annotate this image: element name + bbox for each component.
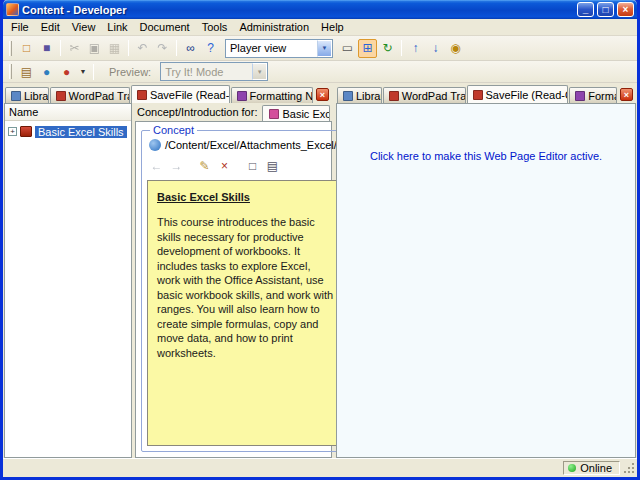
right-tab-strip: LibraryWordPad TrainingSaveFile (Read-On… <box>336 84 636 103</box>
book-icon <box>20 126 32 137</box>
activate-editor-link[interactable]: Click here to make this Web Page Editor … <box>337 150 635 162</box>
document-icon <box>237 91 247 101</box>
tree-item-basic-excel-skills[interactable]: +Basic Excel Skills <box>6 124 130 139</box>
tab-label: WordPad Training <box>402 90 466 102</box>
document-body: This course introduces the basic skills … <box>157 215 336 360</box>
web-page-icon[interactable]: ● <box>37 62 56 81</box>
app-icon <box>6 3 19 16</box>
concept-document[interactable]: Basic Excel Skills This course introduce… <box>147 180 362 446</box>
toolbar-separator <box>238 158 239 174</box>
online-label: Online <box>580 462 612 474</box>
document-icon <box>575 91 585 101</box>
minimize-button[interactable]: _ <box>577 2 594 17</box>
toolbar-separator <box>93 64 94 80</box>
view-mode-value: Player view <box>226 40 317 57</box>
tab-label: Formatting Numbe <box>250 90 313 102</box>
menu-administration[interactable]: Administration <box>233 20 315 34</box>
layout-single-icon[interactable]: ▭ <box>338 39 357 58</box>
title-bar[interactable]: Content - Developer _ □ × <box>3 0 637 19</box>
tab-library[interactable]: Library <box>337 87 382 103</box>
library-icon <box>343 91 353 101</box>
preview-page-icon[interactable]: ▤ <box>263 156 282 175</box>
redo-icon: ↷ <box>153 39 172 58</box>
new-document-icon[interactable]: □ <box>17 39 36 58</box>
document-pane: LibraryWordPad TrainingSaveFile (Read-On… <box>4 84 332 458</box>
tab-formatt[interactable]: Formatt <box>569 87 617 103</box>
toolbar-separator <box>128 40 129 56</box>
help-icon[interactable]: ? <box>201 39 220 58</box>
app-window: Content - Developer _ □ × FileEditViewLi… <box>0 0 640 480</box>
expander-icon[interactable]: + <box>8 127 17 136</box>
tab-label: Library <box>356 90 382 102</box>
menu-file[interactable]: File <box>5 20 35 34</box>
close-tab-button[interactable]: × <box>316 88 329 101</box>
toolbar-grip[interactable] <box>9 41 12 56</box>
tab-label: Formatt <box>588 90 617 102</box>
maximize-button[interactable]: □ <box>597 2 614 17</box>
course-icon <box>269 109 279 119</box>
tab-savefile-read-only-1[interactable]: SaveFile (Read-Only 1) <box>131 85 230 103</box>
resize-grip[interactable] <box>623 462 635 474</box>
edit-pencil-icon[interactable]: ✎ <box>195 156 214 175</box>
concept-tab-basic-excel-skills[interactable]: Basic Excel Skills <box>262 105 330 121</box>
close-button[interactable]: × <box>617 2 634 17</box>
menu-link[interactable]: Link <box>101 20 133 34</box>
window-title: Content - Developer <box>22 4 574 16</box>
main-area: LibraryWordPad TrainingSaveFile (Read-On… <box>3 83 637 458</box>
refresh-icon[interactable]: ↻ <box>378 39 397 58</box>
preview-label: Preview: <box>109 66 151 78</box>
concept-for-label: Concept/Introduction for: <box>137 106 257 121</box>
layout-split-icon[interactable]: ⊞ <box>358 39 377 58</box>
view-mode-select[interactable]: Player view ▼ <box>225 39 333 58</box>
document-toolbar: ←→✎×□▤ <box>147 156 362 180</box>
attachment-path: /Content/Excel/Attachments_Excel/M1C <box>165 139 360 151</box>
delete-icon[interactable]: × <box>215 156 234 175</box>
tryit-mode-value: Try It! Mode <box>161 63 252 80</box>
back-icon: ← <box>147 156 166 175</box>
document-title: Basic Excel Skills <box>157 191 336 203</box>
menu-bar: FileEditViewLinkDocumentToolsAdministrat… <box>3 19 637 36</box>
preview-toolbar: ▤●●▼ Preview: Try It! Mode ▼ <box>3 61 637 83</box>
menu-help[interactable]: Help <box>315 20 350 34</box>
tab-savefile-read-only-1[interactable]: SaveFile (Read-Only 1) <box>467 85 569 103</box>
record-icon[interactable]: ● <box>57 62 76 81</box>
chevron-down-icon[interactable]: ▼ <box>317 40 332 57</box>
tab-library[interactable]: Library <box>5 87 49 103</box>
copy-icon: ▣ <box>85 39 104 58</box>
tryit-mode-select: Try It! Mode ▼ <box>160 62 268 81</box>
tab-wordpad-training[interactable]: WordPad Training <box>383 87 466 103</box>
online-status: Online <box>563 461 620 475</box>
attachment-icon <box>149 139 161 151</box>
content-book-icon[interactable]: ▤ <box>17 62 36 81</box>
concept-tab-label: Basic Excel Skills <box>282 108 330 120</box>
check-out-icon[interactable]: ↓ <box>426 39 445 58</box>
tree-column-header[interactable]: Name <box>5 104 131 121</box>
tab-formatting-numbe[interactable]: Formatting Numbe <box>231 87 313 103</box>
tab-label: Library <box>24 90 49 102</box>
close-tab-button[interactable]: × <box>620 88 633 101</box>
tab-label: SaveFile (Read-Only 1) <box>150 89 230 101</box>
tab-wordpad-training[interactable]: WordPad Training <box>50 87 130 103</box>
tree-item-label: Basic Excel Skills <box>35 126 127 138</box>
tab-label: SaveFile (Read-Only 1) <box>486 89 569 101</box>
toolbar-grip[interactable] <box>9 64 12 79</box>
tab-label: WordPad Training <box>69 90 130 102</box>
save-icon[interactable]: ■ <box>37 39 56 58</box>
check-in-icon[interactable]: ↑ <box>406 39 425 58</box>
toolbar-separator <box>60 40 61 56</box>
web-editor-pane: LibraryWordPad TrainingSaveFile (Read-On… <box>336 84 636 458</box>
content-tree-panel: Name +Basic Excel Skills <box>4 103 132 458</box>
menu-document[interactable]: Document <box>134 20 196 34</box>
cut-icon: ✂ <box>65 39 84 58</box>
find-icon[interactable]: ∞ <box>181 39 200 58</box>
lock-icon[interactable]: ◉ <box>446 39 465 58</box>
menu-tools[interactable]: Tools <box>196 20 234 34</box>
status-message-area <box>7 461 560 475</box>
chevron-down-icon: ▼ <box>252 63 267 80</box>
concept-groupbox: Concept /Content/Excel/Attachments_Excel… <box>141 130 368 452</box>
menu-view[interactable]: View <box>66 20 102 34</box>
chevron-down-icon[interactable]: ▼ <box>77 62 89 81</box>
web-page-editor[interactable]: Click here to make this Web Page Editor … <box>336 103 636 458</box>
menu-edit[interactable]: Edit <box>35 20 66 34</box>
html-view-icon[interactable]: □ <box>243 156 262 175</box>
